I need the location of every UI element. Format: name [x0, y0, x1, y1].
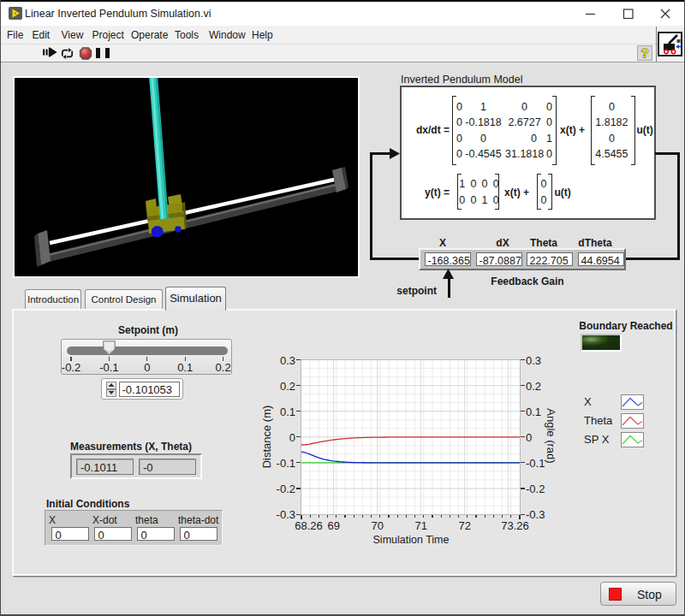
svg-text:?: ?	[640, 45, 648, 60]
